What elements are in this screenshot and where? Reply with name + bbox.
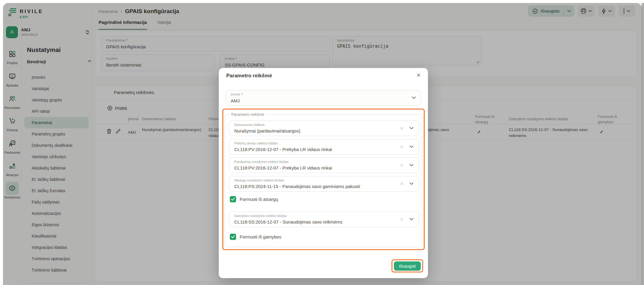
chevron-down-icon bbox=[409, 145, 414, 148]
parameter-value-dialog: Parametro reikšmė ✕ Įmonė * AMJ Parametr… bbox=[219, 68, 428, 278]
close-icon[interactable]: ✕ bbox=[417, 72, 421, 78]
chevron-down-icon bbox=[409, 218, 414, 221]
dialog-title: Parametro reikšmė bbox=[226, 73, 272, 79]
chevron-down-icon bbox=[409, 164, 414, 167]
dropdown-value: CL118:PV:2016-12-07 - Prekyba LR vidaus … bbox=[234, 147, 332, 152]
dropdown-label: Atsargų nurašymo veiklos būdas bbox=[234, 178, 284, 182]
gamybos-budas-select[interactable]: Gamybos nurašymo veiklos būdas CL118:SS:… bbox=[229, 212, 419, 227]
formuoti-is-atsargu-checkbox-row: Formuoti iš atsargų bbox=[230, 196, 278, 202]
page-scroll-gutter bbox=[642, 3, 644, 285]
dropdown-value: CL118:PV:2016-12-07 - Prekyba LR vidaus … bbox=[234, 165, 332, 170]
dropdown-label: Gamybos nurašymo veiklos būdas bbox=[234, 214, 287, 218]
generavimo-saltinis-select[interactable]: Generavimo šaltinis Nurašymai (pardavima… bbox=[229, 121, 419, 136]
checkbox-label: Formuoti iš atsargų bbox=[240, 197, 278, 202]
checkbox-checked-icon[interactable] bbox=[230, 196, 236, 202]
clear-icon[interactable]: ✕ bbox=[400, 181, 403, 186]
dropdown-value: CL118:SS:2016-12-07 - Sunaudojimas savo … bbox=[234, 219, 342, 224]
clear-icon[interactable]: ✕ bbox=[400, 126, 403, 131]
dropdown-value: CL118:PS:2024-11-15 - Panaudojimas savo … bbox=[234, 184, 360, 189]
clear-icon[interactable]: ✕ bbox=[400, 217, 403, 222]
imone-select[interactable]: Įmonė * AMJ bbox=[226, 90, 421, 106]
chevron-down-icon bbox=[409, 182, 414, 185]
pirkimu-budas-select[interactable]: Pirkimų atveju veiklos būdas CL118:PV:20… bbox=[229, 139, 419, 155]
clear-icon[interactable]: ✕ bbox=[400, 144, 403, 149]
parameter-value-fieldset: Parametro reikšmė Generavimo šaltinis Nu… bbox=[225, 112, 422, 247]
dropdown-label: Pardavimų nurašymo veiklos būdas bbox=[234, 160, 289, 164]
atsargu-budas-select[interactable]: Atsargų nurašymo veiklos būdas CL118:PS:… bbox=[229, 176, 419, 192]
fieldset-legend: Parametro reikšmė bbox=[229, 112, 266, 117]
chevron-down-icon bbox=[412, 96, 416, 99]
imone-value: AMJ bbox=[231, 98, 240, 103]
save-button[interactable]: Išsaugoti bbox=[394, 261, 421, 271]
pardavimu-budas-select[interactable]: Pardavimų nurašymo veiklos būdas CL118:P… bbox=[229, 158, 419, 173]
dropdown-label: Generavimo šaltinis bbox=[234, 123, 264, 127]
imone-label: Įmonė bbox=[231, 93, 240, 96]
clear-icon[interactable]: ✕ bbox=[400, 163, 403, 168]
checkbox-label: Formuoti iš gamybos bbox=[240, 234, 281, 239]
dropdown-value: Nurašymai (pardavimai/atsargos) bbox=[234, 128, 300, 133]
required-marker: * bbox=[241, 93, 242, 96]
formuoti-is-gamybos-checkbox-row: Formuoti iš gamybos bbox=[230, 234, 281, 240]
chevron-down-icon bbox=[409, 127, 414, 130]
dropdown-label: Pirkimų atveju veiklos būdas bbox=[234, 141, 278, 145]
checkbox-checked-icon[interactable] bbox=[230, 234, 236, 240]
